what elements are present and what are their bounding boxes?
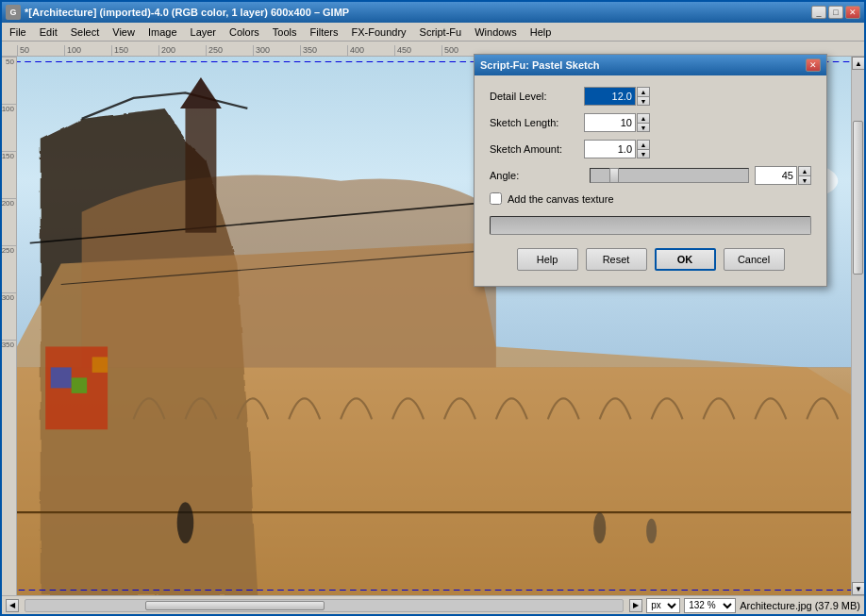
ruler-v-marks: 50 100 150 200 250 300 350 bbox=[2, 57, 16, 387]
detail-level-decrement[interactable]: ▼ bbox=[637, 96, 650, 106]
ruler-v-mark-5: 250 bbox=[2, 245, 16, 292]
vertical-scrollbar: ▲ ▼ bbox=[851, 57, 864, 595]
svg-rect-8 bbox=[51, 367, 72, 388]
angle-row: Angle: ▲ ▼ bbox=[490, 166, 811, 185]
scroll-down-button[interactable]: ▼ bbox=[852, 582, 864, 595]
menu-tools[interactable]: Tools bbox=[267, 25, 303, 40]
angle-decrement[interactable]: ▼ bbox=[798, 175, 811, 185]
sketch-amount-spinner: ▲ ▼ bbox=[637, 140, 650, 158]
menu-file[interactable]: File bbox=[4, 25, 32, 40]
detail-level-input[interactable] bbox=[584, 87, 636, 106]
scroll-left-button[interactable]: ◀ bbox=[6, 599, 19, 612]
sketch-length-decrement[interactable]: ▼ bbox=[637, 123, 650, 132]
zoom-selector[interactable]: 132 % 100 % 50 % bbox=[684, 598, 736, 613]
sketch-amount-label: Sketch Amount: bbox=[490, 143, 584, 155]
canvas-texture-row: Add the canvas texture bbox=[490, 192, 811, 205]
ruler-v-mark-3: 150 bbox=[2, 151, 16, 198]
ruler-v-mark-4: 200 bbox=[2, 198, 16, 245]
ruler-h-mark-9: 450 bbox=[394, 45, 441, 56]
reset-button[interactable]: Reset bbox=[586, 248, 647, 271]
script-fu-dialog: Script-Fu: Pastel Sketch ✕ Detail Level:… bbox=[474, 54, 827, 287]
svg-point-13 bbox=[593, 512, 606, 543]
detail-level-row: Detail Level: ▲ ▼ bbox=[490, 87, 811, 106]
svg-point-14 bbox=[646, 519, 657, 543]
unit-selector[interactable]: px cm in bbox=[646, 598, 680, 613]
angle-input[interactable] bbox=[755, 166, 797, 185]
ruler-h-mark-2: 100 bbox=[64, 45, 111, 56]
menu-windows[interactable]: Windows bbox=[469, 25, 523, 40]
sketch-length-spinner: ▲ ▼ bbox=[637, 113, 650, 132]
dialog-title-text: Script-Fu: Pastel Sketch bbox=[480, 59, 600, 71]
menu-colors[interactable]: Colors bbox=[224, 25, 265, 40]
progress-bar bbox=[490, 216, 811, 235]
ruler-vertical: 50 100 150 200 250 300 350 bbox=[2, 57, 17, 595]
svg-point-12 bbox=[177, 502, 194, 543]
canvas-texture-label[interactable]: Add the canvas texture bbox=[508, 193, 614, 205]
scroll-up-button[interactable]: ▲ bbox=[852, 57, 864, 70]
menu-select[interactable]: Select bbox=[65, 25, 106, 40]
detail-level-input-wrap: ▲ ▼ bbox=[584, 87, 650, 106]
dialog-buttons: Help Reset OK Cancel bbox=[490, 248, 811, 275]
menu-layer[interactable]: Layer bbox=[185, 25, 223, 40]
dialog-close-button[interactable]: ✕ bbox=[806, 58, 821, 72]
svg-rect-6 bbox=[185, 108, 216, 233]
menu-fx-foundry[interactable]: FX-Foundry bbox=[345, 25, 411, 40]
angle-increment[interactable]: ▲ bbox=[798, 166, 811, 175]
menu-filters[interactable]: Filters bbox=[305, 25, 344, 40]
ruler-h-mark-1: 50 bbox=[17, 45, 64, 56]
close-button[interactable]: ✕ bbox=[845, 6, 860, 19]
detail-level-increment[interactable]: ▲ bbox=[637, 87, 650, 96]
ok-button[interactable]: OK bbox=[655, 248, 716, 271]
angle-label: Angle: bbox=[490, 170, 584, 181]
bottom-bar: ◀ ▶ px cm in 132 % 100 % 50 % Architectu… bbox=[2, 595, 864, 614]
dialog-title-bar: Script-Fu: Pastel Sketch ✕ bbox=[475, 55, 826, 75]
main-window: G *[Architecture] (imported)-4.0 (RGB co… bbox=[0, 0, 866, 616]
help-button[interactable]: Help bbox=[517, 248, 578, 271]
sketch-amount-decrement[interactable]: ▼ bbox=[637, 149, 650, 158]
ruler-h-mark-3: 150 bbox=[111, 45, 158, 56]
menu-image[interactable]: Image bbox=[142, 25, 183, 40]
cancel-button[interactable]: Cancel bbox=[724, 248, 785, 271]
sketch-length-increment[interactable]: ▲ bbox=[637, 113, 650, 123]
scroll-thumb-vertical[interactable] bbox=[853, 121, 863, 275]
menu-bar: File Edit Select View Image Layer Colors… bbox=[2, 23, 864, 42]
menu-edit[interactable]: Edit bbox=[34, 25, 63, 40]
angle-slider[interactable] bbox=[590, 168, 749, 183]
ruler-v-mark-7: 350 bbox=[2, 340, 16, 387]
ruler-h-mark-7: 350 bbox=[300, 45, 347, 56]
ruler-h-mark-5: 250 bbox=[206, 45, 253, 56]
sketch-amount-row: Sketch Amount: ▲ ▼ bbox=[490, 140, 811, 158]
status-text: Architecture.jpg (37.9 MB) bbox=[740, 600, 860, 611]
window-controls: _ □ ✕ bbox=[811, 6, 860, 19]
title-bar-content: G *[Architecture] (imported)-4.0 (RGB co… bbox=[6, 5, 349, 20]
scroll-right-button[interactable]: ▶ bbox=[629, 599, 642, 612]
ruler-h-mark-6: 300 bbox=[253, 45, 300, 56]
ruler-v-mark-1: 50 bbox=[2, 57, 16, 104]
ruler-v-mark-6: 300 bbox=[2, 292, 16, 340]
sketch-length-input-wrap: ▲ ▼ bbox=[584, 113, 650, 132]
horizontal-scrollbar[interactable] bbox=[25, 599, 624, 612]
sketch-length-input[interactable] bbox=[584, 113, 636, 132]
sketch-amount-input[interactable] bbox=[584, 140, 636, 158]
sketch-amount-increment[interactable]: ▲ bbox=[637, 140, 650, 149]
maximize-button[interactable]: □ bbox=[828, 6, 843, 19]
app-icon: G bbox=[6, 5, 21, 20]
title-bar: G *[Architecture] (imported)-4.0 (RGB co… bbox=[2, 2, 864, 23]
menu-view[interactable]: View bbox=[107, 25, 141, 40]
menu-help[interactable]: Help bbox=[525, 25, 558, 40]
angle-spinner: ▲ ▼ bbox=[798, 166, 811, 185]
dialog-body: Detail Level: ▲ ▼ Sketch Length: ▲ ▼ bbox=[475, 75, 826, 286]
svg-rect-10 bbox=[92, 357, 108, 372]
scroll-thumb-horizontal[interactable] bbox=[145, 601, 325, 610]
detail-level-label: Detail Level: bbox=[490, 91, 584, 102]
ruler-h-mark-8: 400 bbox=[347, 45, 394, 56]
minimize-button[interactable]: _ bbox=[811, 6, 826, 19]
canvas-texture-checkbox[interactable] bbox=[490, 192, 502, 205]
sketch-length-row: Sketch Length: ▲ ▼ bbox=[490, 113, 811, 132]
detail-level-spinner: ▲ ▼ bbox=[637, 87, 650, 106]
window-title: *[Architecture] (imported)-4.0 (RGB colo… bbox=[25, 7, 349, 18]
ruler-h-marks: 50 100 150 200 250 300 350 400 450 500 bbox=[17, 45, 489, 56]
menu-script-fu[interactable]: Script-Fu bbox=[414, 25, 468, 40]
svg-rect-9 bbox=[72, 377, 87, 392]
scroll-track-vertical bbox=[852, 70, 864, 582]
